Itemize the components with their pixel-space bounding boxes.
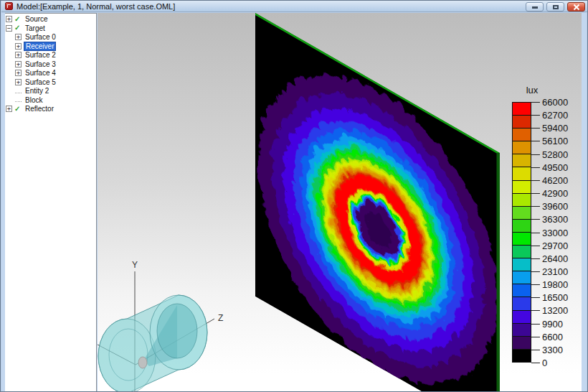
tree-item-surface-2[interactable]: +Surface 2: [5, 50, 95, 60]
legend-tick-label: 46200: [542, 175, 568, 186]
expand-icon[interactable]: +: [15, 61, 22, 67]
tree-item-label[interactable]: Receiver: [24, 42, 56, 51]
maximize-button[interactable]: [546, 2, 564, 11]
legend-tick: [531, 141, 540, 141]
check-icon: ✓: [14, 24, 22, 32]
viewport-3d-scene[interactable]: Y Z: [98, 13, 582, 392]
legend-tick: [531, 219, 540, 220]
legend-tick-label: 3300: [542, 345, 563, 355]
legend-band: [513, 336, 531, 349]
reflector-preview: [98, 295, 207, 392]
legend-tick-label: 16500: [542, 292, 568, 303]
y-axis-label: Y: [132, 260, 138, 270]
legend-tick-label: 56100: [542, 136, 568, 146]
expand-icon[interactable]: +: [15, 70, 22, 76]
tree-item-label[interactable]: Surface 3: [24, 60, 57, 68]
title-bar[interactable]: Model:[Example, 1, Normal, worst case.OM…: [1, 1, 588, 12]
legend-tick: [531, 233, 540, 233]
tree-item-surface-5[interactable]: +Surface 5: [5, 78, 95, 87]
expand-icon[interactable]: +: [15, 43, 22, 50]
legend-tick: [531, 337, 540, 337]
expand-icon[interactable]: +: [15, 34, 22, 40]
legend-tick: [531, 363, 540, 363]
legend-band: [513, 310, 531, 323]
legend-tick: [531, 297, 540, 298]
z-axis-label: Z: [218, 313, 223, 323]
legend-tick: [531, 180, 540, 181]
tree-item-label[interactable]: Target: [24, 24, 47, 32]
legend-band: [513, 206, 531, 219]
expand-icon[interactable]: +: [15, 52, 22, 58]
expand-icon[interactable]: +: [15, 79, 22, 85]
model-window: Model:[Example, 1, Normal, worst case.OM…: [0, 0, 588, 392]
legend-tick: [531, 193, 540, 194]
legend-band: [513, 258, 531, 271]
minimize-icon: [532, 6, 538, 9]
maximize-icon: [553, 5, 559, 9]
tree-item-label[interactable]: Block: [24, 96, 44, 104]
legend-tick: [531, 271, 540, 272]
legend-tick-label: 42900: [542, 188, 568, 199]
legend-title: lux: [510, 85, 554, 95]
legend-band: [513, 180, 531, 193]
tree-item-label[interactable]: Surface 4: [24, 69, 57, 77]
check-icon: ✓: [14, 16, 22, 23]
receiver-plane: [255, 13, 500, 392]
legend-tick: [531, 310, 540, 311]
legend-tick: [531, 246, 540, 246]
legend-band: [513, 154, 531, 167]
tree-item-receiver[interactable]: +Receiver: [5, 42, 95, 51]
legend-tick-label: 39600: [542, 201, 568, 212]
legend-tick: [531, 102, 540, 103]
tree-item-label[interactable]: Surface 5: [24, 78, 57, 86]
legend-band: [513, 297, 531, 309]
tree-item-entity-2[interactable]: Entity 2: [5, 86, 95, 95]
legend-tick-label: 23100: [542, 266, 568, 277]
close-icon: [573, 4, 580, 10]
legend-tick-label: 19800: [542, 279, 568, 290]
app-icon: [5, 2, 13, 10]
tree-item-label[interactable]: Surface 2: [24, 51, 57, 59]
legend-band: [513, 284, 531, 297]
legend-band: [513, 245, 531, 258]
legend-band: [513, 219, 531, 232]
legend-tick-label: 9900: [542, 319, 563, 330]
legend-band: [513, 128, 531, 141]
expand-icon[interactable]: +: [6, 16, 12, 22]
minimize-button[interactable]: [526, 2, 544, 11]
legend-tick-label: 26400: [542, 253, 568, 264]
model-tree: +✓Source−✓Target+Surface 0+Receiver+Surf…: [5, 13, 97, 392]
tree-item-surface-4[interactable]: +Surface 4: [5, 68, 95, 78]
legend-tick: [531, 167, 540, 168]
legend-tick: [531, 258, 540, 259]
legend-tick-label: 33000: [542, 228, 568, 238]
collapse-icon[interactable]: −: [6, 25, 12, 32]
legend-tick: [531, 324, 540, 325]
legend-tick-label: 29700: [542, 241, 568, 251]
legend-tick-label: 49500: [542, 162, 568, 173]
tree-item-surface-0[interactable]: +Surface 0: [5, 32, 95, 42]
tree-item-label[interactable]: Reflector: [24, 105, 55, 113]
tree-item-source[interactable]: +✓Source: [5, 14, 95, 24]
legend-band: [513, 323, 531, 336]
legend-tick: [531, 115, 540, 116]
viewport-3d[interactable]: Y Z: [98, 13, 582, 392]
legend-tick-label: 36300: [542, 214, 568, 225]
legend-tick: [531, 206, 540, 207]
tree-item-surface-3[interactable]: +Surface 3: [5, 60, 95, 69]
tree-item-target[interactable]: −✓Target: [5, 24, 95, 33]
legend-tick-label: 62700: [542, 110, 568, 121]
legend-tick: [531, 128, 540, 129]
tree-item-block[interactable]: Block: [5, 95, 95, 105]
tree-item-reflector[interactable]: +✓Reflector: [5, 104, 95, 113]
close-button[interactable]: [567, 2, 585, 11]
tree-item-label[interactable]: Source: [24, 15, 49, 23]
tree-item-label[interactable]: Entity 2: [24, 87, 50, 95]
legend-tick-label: 59400: [542, 123, 568, 134]
legend-band: [513, 193, 531, 206]
legend-tick: [531, 284, 540, 285]
tree-connector: [15, 98, 22, 102]
expand-icon[interactable]: +: [6, 106, 12, 112]
legend-tick: [531, 154, 540, 155]
tree-item-label[interactable]: Surface 0: [24, 33, 57, 41]
